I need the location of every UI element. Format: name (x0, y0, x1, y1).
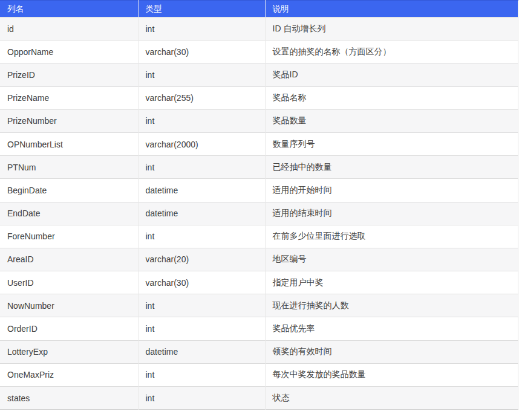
table-row: UserID varchar(30) 指定用户中奖 (0, 271, 518, 294)
table-row: BeginDate datetime 适用的开始时间 (0, 179, 518, 202)
table-row: PrizeID int 奖品ID (0, 63, 518, 86)
table-row: PrizeNumber int 奖品数量 (0, 109, 518, 132)
table-row: OrderID int 奖品优先率 (0, 317, 518, 340)
page: 列名 类型 说明 id int ID 自动增长列 OpporName varch… (0, 0, 519, 420)
cell-type: datetime (138, 202, 265, 225)
cell-type: varchar(255) (138, 86, 265, 109)
cell-column-name: OneMaxPriz (0, 363, 138, 386)
db-schema-table: 列名 类型 说明 id int ID 自动增长列 OpporName varch… (0, 0, 518, 410)
table-row: PTNum int 已经抽中的数量 (0, 156, 518, 179)
cell-type: varchar(20) (138, 248, 265, 271)
cell-description: 适用的开始时间 (265, 179, 518, 202)
table-row: states int 状态 (0, 387, 518, 410)
cell-column-name: OPNumberList (0, 132, 138, 155)
cell-column-name: PrizeNumber (0, 109, 138, 132)
header-row: 列名 类型 说明 (0, 1, 518, 18)
cell-description: 奖品优先率 (265, 317, 518, 340)
table-row: OPNumberList varchar(2000) 数量序列号 (0, 132, 518, 155)
cell-column-name: PrizeID (0, 63, 138, 86)
cell-type: varchar(30) (138, 40, 265, 63)
table-row: LotteryExp datetime 领奖的有效时间 (0, 340, 518, 363)
cell-description: 在前多少位里面进行选取 (265, 225, 518, 248)
table-row: id int ID 自动增长列 (0, 18, 518, 40)
table-row: AreaID varchar(20) 地区编号 (0, 248, 518, 271)
cell-column-name: AreaID (0, 248, 138, 271)
cell-type: int (138, 294, 265, 317)
cell-description: 每次中奖发放的奖品数量 (265, 363, 518, 386)
cell-column-name: PTNum (0, 156, 138, 179)
table-row: ForeNumber int 在前多少位里面进行选取 (0, 225, 518, 248)
cell-description: 奖品名称 (265, 86, 518, 109)
cell-column-name: states (0, 387, 138, 410)
cell-type: varchar(2000) (138, 132, 265, 155)
cell-column-name: OpporName (0, 40, 138, 63)
cell-description: 奖品数量 (265, 109, 518, 132)
cell-description: 数量序列号 (265, 132, 518, 155)
cell-description: 奖品ID (265, 63, 518, 86)
cell-description: 状态 (265, 387, 518, 410)
header-cell-description: 说明 (265, 1, 518, 18)
cell-type: int (138, 387, 265, 410)
cell-type: int (138, 225, 265, 248)
cell-description: 指定用户中奖 (265, 271, 518, 294)
table-row: PrizeName varchar(255) 奖品名称 (0, 86, 518, 109)
cell-column-name: OrderID (0, 317, 138, 340)
cell-column-name: NowNumber (0, 294, 138, 317)
cell-column-name: ForeNumber (0, 225, 138, 248)
header-cell-column-name: 列名 (0, 1, 138, 18)
cell-description: 已经抽中的数量 (265, 156, 518, 179)
header-cell-type: 类型 (138, 1, 265, 18)
cell-column-name: LotteryExp (0, 340, 138, 363)
cell-type: int (138, 156, 265, 179)
cell-type: varchar(30) (138, 271, 265, 294)
table-body: id int ID 自动增长列 OpporName varchar(30) 设置… (0, 18, 518, 410)
cell-type: int (138, 63, 265, 86)
cell-column-name: PrizeName (0, 86, 138, 109)
cell-type: datetime (138, 179, 265, 202)
cell-description: 现在进行抽奖的人数 (265, 294, 518, 317)
table-row: OneMaxPriz int 每次中奖发放的奖品数量 (0, 363, 518, 386)
cell-column-name: id (0, 18, 138, 40)
cell-column-name: BeginDate (0, 179, 138, 202)
cell-type: int (138, 317, 265, 340)
cell-description: ID 自动增长列 (265, 18, 518, 40)
table-row: OpporName varchar(30) 设置的抽奖的名称（方面区分） (0, 40, 518, 63)
cell-description: 领奖的有效时间 (265, 340, 518, 363)
cell-type: datetime (138, 340, 265, 363)
cell-column-name: UserID (0, 271, 138, 294)
table-row: EndDate datetime 适用的结束时间 (0, 202, 518, 225)
table-row: NowNumber int 现在进行抽奖的人数 (0, 294, 518, 317)
cell-type: int (138, 18, 265, 40)
cell-description: 地区编号 (265, 248, 518, 271)
cell-description: 适用的结束时间 (265, 202, 518, 225)
cell-description: 设置的抽奖的名称（方面区分） (265, 40, 518, 63)
cell-column-name: EndDate (0, 202, 138, 225)
cell-type: int (138, 109, 265, 132)
cell-type: int (138, 363, 265, 386)
